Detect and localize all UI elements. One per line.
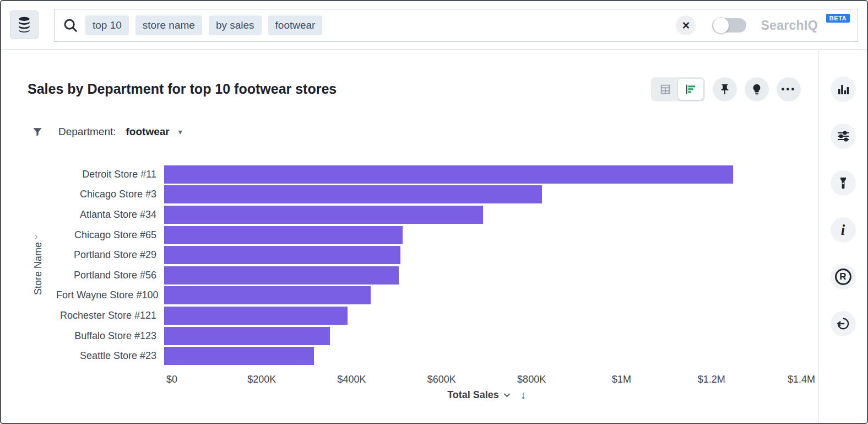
chart-row: Detroit Store #11 [56, 164, 801, 185]
chart-row: Rochester Store #121 [56, 305, 801, 326]
y-tick-label: Chicago Store #3 [56, 189, 164, 200]
right-toolbar: i R [818, 50, 867, 423]
chart-row: Seattle Store #23 [56, 346, 801, 366]
x-tick-label: $200K [247, 374, 276, 385]
search-token[interactable]: store name [135, 15, 202, 35]
pin-button[interactable] [713, 77, 737, 101]
bar[interactable] [164, 347, 314, 365]
insights-button[interactable] [745, 77, 769, 101]
bar[interactable] [164, 327, 330, 345]
r-icon: R [835, 269, 851, 285]
filter-row: Department: footwear ▾ [32, 126, 182, 138]
y-tick-label: Chicago Store #65 [56, 229, 164, 241]
bar-area [164, 286, 801, 304]
chart-row: Buffalo Store #123 [56, 326, 801, 346]
axis-caret-icon[interactable] [503, 393, 511, 398]
info-icon: i [841, 222, 845, 239]
bar[interactable] [164, 206, 483, 224]
chart-row: Portland Store #29 [56, 245, 801, 265]
chart-rows: Detroit Store #11Chicago Store #3Atlanta… [56, 164, 801, 366]
chart-row: Portland Store #56 [56, 265, 801, 286]
table-icon [659, 83, 671, 95]
clear-search-button[interactable]: × [676, 15, 696, 35]
beta-badge: BETA [826, 14, 850, 23]
x-tick-label: $400K [338, 374, 366, 385]
bar-area [164, 246, 801, 264]
bar-chart: Detroit Store #11Chicago Store #3Atlanta… [56, 164, 801, 366]
flashlight-icon [837, 176, 850, 190]
change-visualization-button[interactable] [831, 77, 856, 102]
app-logo-button[interactable] [10, 10, 39, 39]
bar-area [164, 206, 801, 224]
view-switcher [651, 77, 705, 101]
funnel-icon [32, 126, 43, 137]
search-token[interactable]: footwear [268, 15, 323, 35]
searchiq-label: SearchIQ [761, 18, 817, 33]
y-axis-chevron-icon[interactable]: › [35, 231, 38, 242]
x-tick-label: $600K [427, 374, 456, 385]
y-tick-label: Detroit Store #11 [56, 169, 164, 180]
bar[interactable] [164, 165, 733, 184]
x-axis-title[interactable]: Total Sales [447, 389, 499, 401]
bar[interactable] [164, 286, 371, 304]
configure-button[interactable] [831, 124, 856, 149]
x-tick-label: $1.4M [788, 374, 815, 385]
bar-area [164, 185, 801, 203]
bar[interactable] [164, 266, 399, 285]
bar-chart-icon [837, 83, 850, 96]
bar[interactable] [164, 226, 403, 244]
y-tick-label: Fort Wayne Store #100 [56, 289, 164, 301]
bar-area [164, 226, 801, 244]
info-button[interactable]: i [831, 217, 856, 243]
table-view-button[interactable] [653, 79, 678, 100]
x-axis-title-row: Total Sales ↓ [172, 389, 801, 401]
exit-button[interactable] [831, 311, 856, 336]
bar-area [164, 307, 801, 325]
x-tick-label: $1.2M [698, 374, 725, 385]
searchiq-toggle[interactable] [712, 18, 746, 33]
chart-row: Atlanta Store #34 [56, 205, 801, 225]
more-options-button[interactable]: ••• [777, 77, 801, 101]
toggle-knob[interactable] [713, 17, 729, 34]
filter-label: Department: [58, 126, 116, 138]
page-title: Sales by Department for top 10 footwear … [28, 81, 337, 97]
search-bar[interactable]: top 10store nameby salesfootwear × Searc… [54, 9, 858, 42]
chevron-down-icon[interactable]: ▾ [178, 127, 182, 136]
exit-arrow-icon [836, 316, 850, 331]
sliders-icon [837, 130, 850, 143]
r-analysis-button[interactable]: R [831, 264, 856, 289]
y-tick-label: Portland Store #29 [56, 249, 164, 261]
horizontal-bar-chart-icon [685, 83, 697, 95]
bar[interactable] [164, 246, 400, 264]
bar[interactable] [164, 185, 542, 203]
bar[interactable] [164, 307, 348, 325]
bar-area [164, 165, 801, 184]
x-tick-label: $0 [166, 374, 177, 385]
topbar: top 10store nameby salesfootwear × Searc… [1, 1, 867, 50]
chart-view-button[interactable] [678, 79, 703, 100]
bar-area [164, 347, 801, 365]
y-tick-label: Seattle Store #23 [56, 350, 164, 362]
search-token-list: top 10store nameby salesfootwear [85, 15, 322, 35]
ellipsis-icon: ••• [782, 84, 796, 95]
filter-value[interactable]: footwear [126, 126, 170, 138]
chart-row: Chicago Store #65 [56, 225, 801, 245]
x-tick-label: $800K [517, 374, 546, 385]
x-axis-ticks: $0$200K$400K$600K$800K$1M$1.2M$1.4M [172, 374, 801, 388]
y-axis-title: Store Name [32, 242, 44, 295]
header-controls: ••• [651, 77, 801, 101]
search-token[interactable]: top 10 [85, 15, 129, 35]
y-tick-label: Buffalo Store #123 [56, 330, 164, 342]
y-tick-label: Portland Store #56 [56, 270, 164, 281]
y-tick-label: Rochester Store #121 [56, 310, 164, 321]
search-icon [62, 17, 79, 34]
bar-area [164, 266, 801, 285]
y-tick-label: Atlanta Store #34 [56, 209, 164, 221]
bar-area [164, 327, 801, 345]
pin-icon [719, 83, 731, 95]
x-tick-label: $1M [612, 374, 631, 385]
highlights-button[interactable] [831, 170, 856, 196]
search-token[interactable]: by sales [209, 15, 262, 35]
lightbulb-icon [751, 83, 763, 95]
sort-descending-icon[interactable]: ↓ [520, 389, 526, 401]
